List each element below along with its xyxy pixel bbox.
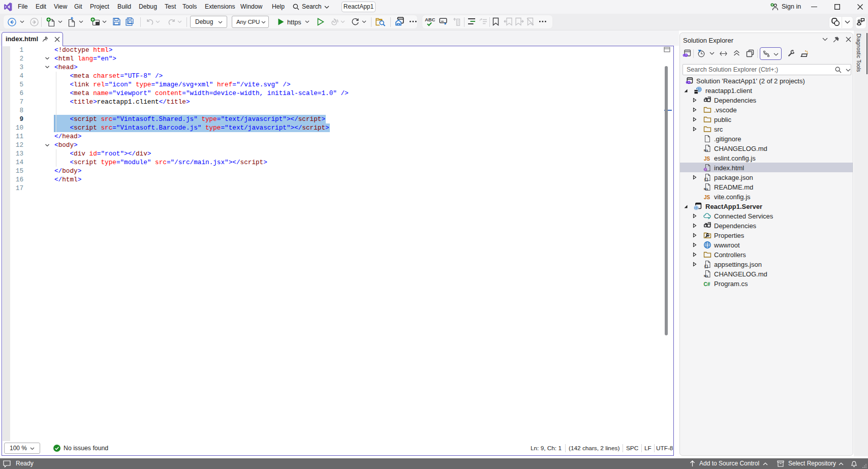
svg-text:ABC: ABC bbox=[425, 17, 435, 22]
